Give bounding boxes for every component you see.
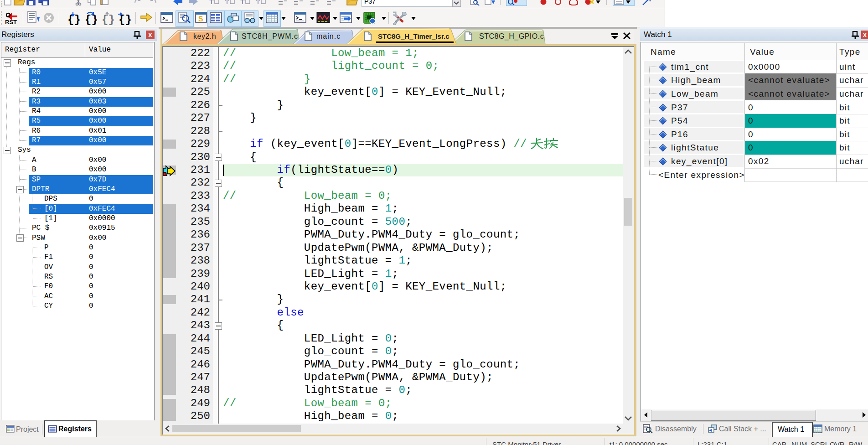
svg-text:{}: {} — [102, 14, 115, 25]
svg-text:{}: {} — [67, 14, 81, 25]
svg-text:RST: RST — [5, 19, 17, 25]
svg-text:S: S — [198, 15, 203, 23]
svg-text:{}: {} — [85, 14, 98, 25]
